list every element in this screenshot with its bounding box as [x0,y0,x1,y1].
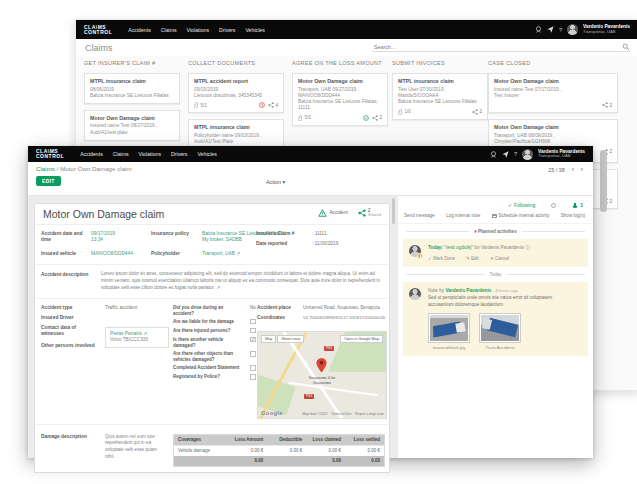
following-button[interactable]: ✓Following [508,202,535,208]
road-badge: P63 [304,394,314,399]
map-report-link[interactable]: Report a map error [355,412,384,416]
kanban-card[interactable]: MTPL accident report 09/03/2019 Lietuvos… [188,73,284,113]
pager-next-icon[interactable]: › [581,166,583,173]
support-icon[interactable] [490,151,497,158]
note-attachments: maxresdefault.jpg Truck-Accidents [428,313,581,350]
nav-vehicles[interactable]: Vehicles [197,151,216,157]
info-icon[interactable]: ⓘ [525,245,530,250]
checkbox[interactable] [250,351,256,357]
edit-activity-button[interactable]: ✎ Edit [466,256,479,261]
accident-map[interactable]: P63 P63 Хоцюхово 4-йеХоцюхово Map Street… [257,331,387,419]
attachment[interactable]: maxresdefault.jpg [428,313,470,350]
nav-violations[interactable]: Violations [139,151,161,157]
kanban-card[interactable]: Motor Own Damage claim Insured name Test… [488,73,618,113]
share-count[interactable]: 2 [602,102,612,108]
log-note-link[interactable]: Log internal note [446,213,480,218]
kanban-card[interactable]: MTPL insurance claim Test User 07/30/201… [392,73,488,120]
nav-drivers[interactable]: Drivers [219,27,235,33]
nav-drivers[interactable]: Drivers [171,151,187,157]
share-count[interactable]: 2 [372,115,382,121]
share-count[interactable]: 4 [268,102,278,108]
attachment-image [479,313,521,343]
column-header[interactable]: SUBMIT INVOICES [392,60,488,66]
nav-claims[interactable]: Claims [161,27,177,33]
driver-card[interactable]: Petras Petraitis ↗ Volvo TB/CCC333 [105,327,169,348]
insured-vehicle-link[interactable]: MAN/OO8/DDD444 [91,251,133,257]
shared-badge[interactable]: 2Shared [358,208,381,218]
column-header[interactable]: CASE CLOSED [488,60,618,66]
help-icon[interactable]: ? [559,27,562,33]
column-header[interactable]: GET INSURER'S CLAIM # [84,60,180,66]
kanban-card[interactable]: Motor Own Damage claim Transport, UAB 09… [292,73,388,126]
card-title: MTPL insurance claim [398,78,482,84]
send-icon[interactable] [547,26,554,33]
nav-claims[interactable]: Claims [113,151,129,157]
breadcrumb-claims[interactable]: Claims [36,165,55,172]
user-block[interactable]: Vardenis Pavardenis Transportas, UAB [583,24,630,35]
kanban-column-collect-documents: COLLECT DOCUMENTS MTPL accident report 0… [188,60,284,156]
cancel-activity-button[interactable]: ✕ Cancel [490,256,509,261]
checkbox[interactable] [250,374,256,380]
claim-badges: Accident 2Shared [318,208,381,218]
paperclip-icon [298,115,303,121]
user-avatar[interactable] [522,149,533,160]
checkbox[interactable] [250,365,256,371]
bell-icon[interactable] [551,203,556,208]
card-line: Balcia Insurance SE Lietuvos Filialas [90,93,174,99]
kanban-column-submit-invoices: SUBMIT INVOICES MTPL insurance claim Tes… [392,60,488,126]
nav-accidents[interactable]: Accidents [128,27,151,33]
action-dropdown[interactable]: Action ▾ [266,179,285,185]
column-header[interactable]: COLLECT DOCUMENTS [188,60,284,66]
policyholder-link[interactable]: Transport, UAB ↗ [202,251,240,257]
external-link-icon: ↗ [143,331,147,336]
checkbox[interactable] [250,319,256,325]
kanban-card[interactable]: Motor Own Damage claim Insured name Test… [84,110,180,141]
app-logo[interactable]: CLA\MS CONTROL [36,149,64,159]
content-scrollbar[interactable] [392,198,395,224]
accident-badge[interactable]: Accident [318,209,347,217]
nav-violations[interactable]: Violations [187,27,209,33]
map-terms-link[interactable]: Terms of Use [331,412,351,416]
overdue-clock-icon[interactable] [259,102,265,108]
search-icon[interactable] [622,43,630,51]
card-line: Audi/A1/Test Plate [194,139,278,145]
checkbox-checked[interactable]: ✓ [250,337,256,343]
map-button[interactable]: Map [261,335,276,343]
show-log-link[interactable]: Show log(s) [561,213,585,218]
nav-vehicles[interactable]: Vehicles [245,27,264,33]
send-message-link[interactable]: Send message [404,213,435,218]
support-icon[interactable] [535,26,542,33]
planned-activities-divider[interactable]: ▾ Planned activities [406,229,585,234]
user-avatar[interactable] [567,24,578,35]
paperclip-icon [194,102,199,108]
street-view-button[interactable]: Street view [277,335,304,343]
nav-accidents[interactable]: Accidents [80,151,103,157]
search-input[interactable] [372,43,622,51]
schedule-activity-link[interactable]: Schedule internal activity [492,213,549,218]
app-logo[interactable]: CLA\MS CONTROL [84,25,112,35]
pager-prev-icon[interactable]: ‹ [572,166,574,173]
send-icon[interactable] [502,151,509,158]
checkbox[interactable] [250,328,256,334]
note-header: Note by Vardenis Pavardenis - 4 hours ag… [428,288,581,293]
edit-button[interactable]: EDIT [36,176,61,186]
open-google-map-button[interactable]: Open in Google Map [340,335,383,343]
column-header[interactable]: AGREE ON THE LOSS AMOUNT [292,60,388,66]
external-link-icon[interactable]: ↗ [216,285,220,290]
help-icon[interactable]: ? [514,151,517,157]
attachment-name: Truck-Accidents [479,345,521,350]
claim-titlebar: Motor Own Damage claim Accident 2Shared [35,204,389,225]
accident-place-value: Unnamed Road, Хоцюхово, Беларусь [303,305,387,311]
user-block[interactable]: Vardenis Pavardenis Transportas, UAB [538,149,585,160]
note-timestamp: - 4 hours ago [493,288,518,293]
map-marker-icon[interactable] [316,358,327,373]
detail-content: Motor Own Damage claim Accident 2Shared [28,196,593,458]
background-scrollbar[interactable] [600,150,607,212]
attachment[interactable]: Truck-Accidents [479,313,521,350]
kanban-card[interactable]: MTPL insurance claim 08/06/2019 Balcia I… [84,73,180,104]
done-check-icon[interactable] [363,115,369,121]
share-count[interactable]: 2 [472,109,482,115]
mark-done-button[interactable]: ✓ Mark Done [428,256,455,261]
followers-count[interactable]: 1 [572,202,583,208]
note-author[interactable]: Vardenis Pavardenis [445,288,491,293]
